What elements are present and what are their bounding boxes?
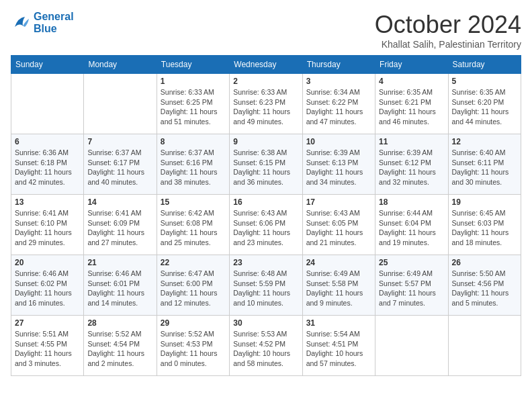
day-info: Sunrise: 6:39 AMSunset: 6:12 PMDaylight:… xyxy=(379,148,444,187)
calendar-cell: 11Sunrise: 6:39 AMSunset: 6:12 PMDayligh… xyxy=(375,134,448,195)
calendar-cell: 16Sunrise: 6:43 AMSunset: 6:06 PMDayligh… xyxy=(230,195,302,255)
calendar-cell: 3Sunrise: 6:34 AMSunset: 6:22 PMDaylight… xyxy=(302,74,375,134)
day-number: 15 xyxy=(161,197,226,207)
day-info: Sunrise: 6:35 AMSunset: 6:20 PMDaylight:… xyxy=(452,87,517,127)
day-info: Sunrise: 6:44 AMSunset: 6:04 PMDaylight:… xyxy=(379,208,444,248)
day-info: Sunrise: 6:49 AMSunset: 5:57 PMDaylight:… xyxy=(379,269,444,308)
page-header: General Blue October 2024 Khallat Salih,… xyxy=(11,11,521,50)
calendar-cell: 25Sunrise: 6:49 AMSunset: 5:57 PMDayligh… xyxy=(375,255,448,316)
calendar-cell: 2Sunrise: 6:33 AMSunset: 6:23 PMDaylight… xyxy=(230,74,302,134)
day-info: Sunrise: 6:47 AMSunset: 6:00 PMDaylight:… xyxy=(161,269,226,308)
calendar-cell: 13Sunrise: 6:41 AMSunset: 6:10 PMDayligh… xyxy=(11,195,84,255)
day-number: 20 xyxy=(15,258,80,267)
calendar-cell xyxy=(375,316,448,376)
day-number: 11 xyxy=(379,137,444,146)
day-number: 5 xyxy=(452,77,517,86)
day-number: 13 xyxy=(15,197,80,207)
calendar-cell: 4Sunrise: 6:35 AMSunset: 6:21 PMDaylight… xyxy=(375,74,448,134)
calendar-cell: 22Sunrise: 6:47 AMSunset: 6:00 PMDayligh… xyxy=(157,255,229,316)
weekday-header-friday: Friday xyxy=(375,56,448,74)
day-number: 22 xyxy=(161,258,226,267)
weekday-header-monday: Monday xyxy=(84,56,157,74)
calendar-cell: 26Sunrise: 5:50 AMSunset: 4:56 PMDayligh… xyxy=(448,255,521,316)
day-number: 3 xyxy=(306,77,371,86)
day-number: 24 xyxy=(306,258,371,267)
day-number: 8 xyxy=(161,137,226,146)
calendar-cell: 15Sunrise: 6:42 AMSunset: 6:08 PMDayligh… xyxy=(157,195,229,255)
logo: General Blue xyxy=(11,11,74,35)
day-info: Sunrise: 5:53 AMSunset: 4:52 PMDaylight:… xyxy=(233,329,298,369)
day-info: Sunrise: 6:45 AMSunset: 6:03 PMDaylight:… xyxy=(452,208,517,248)
calendar-cell: 7Sunrise: 6:37 AMSunset: 6:17 PMDaylight… xyxy=(84,134,157,195)
week-row-2: 6Sunrise: 6:36 AMSunset: 6:18 PMDaylight… xyxy=(11,134,521,195)
calendar-cell: 30Sunrise: 5:53 AMSunset: 4:52 PMDayligh… xyxy=(230,316,302,376)
day-number: 25 xyxy=(379,258,444,267)
weekday-header-thursday: Thursday xyxy=(302,56,375,74)
calendar-cell xyxy=(84,74,157,134)
calendar-cell: 17Sunrise: 6:43 AMSunset: 6:05 PMDayligh… xyxy=(302,195,375,255)
day-number: 4 xyxy=(379,77,444,86)
day-info: Sunrise: 5:50 AMSunset: 4:56 PMDaylight:… xyxy=(452,269,517,308)
day-number: 28 xyxy=(87,318,152,328)
title-block: October 2024 Khallat Salih, Palestinian … xyxy=(375,11,521,50)
calendar-cell: 28Sunrise: 5:52 AMSunset: 4:54 PMDayligh… xyxy=(84,316,157,376)
day-number: 6 xyxy=(15,137,80,146)
day-info: Sunrise: 6:40 AMSunset: 6:11 PMDaylight:… xyxy=(452,148,517,187)
day-number: 2 xyxy=(233,77,298,86)
weekday-header-sunday: Sunday xyxy=(11,56,84,74)
calendar-cell: 31Sunrise: 5:54 AMSunset: 4:51 PMDayligh… xyxy=(302,316,375,376)
day-number: 14 xyxy=(87,197,152,207)
day-number: 1 xyxy=(161,77,226,86)
calendar-cell xyxy=(11,74,84,134)
day-number: 16 xyxy=(233,197,298,207)
calendar-cell: 21Sunrise: 6:46 AMSunset: 6:01 PMDayligh… xyxy=(84,255,157,316)
calendar-table: SundayMondayTuesdayWednesdayThursdayFrid… xyxy=(11,55,521,376)
day-info: Sunrise: 5:52 AMSunset: 4:53 PMDaylight:… xyxy=(161,329,226,369)
logo-icon xyxy=(11,13,31,33)
day-number: 21 xyxy=(87,258,152,267)
weekday-header-tuesday: Tuesday xyxy=(157,56,229,74)
calendar-cell: 18Sunrise: 6:44 AMSunset: 6:04 PMDayligh… xyxy=(375,195,448,255)
calendar-cell: 9Sunrise: 6:38 AMSunset: 6:15 PMDaylight… xyxy=(230,134,302,195)
calendar-cell: 5Sunrise: 6:35 AMSunset: 6:20 PMDaylight… xyxy=(448,74,521,134)
day-number: 27 xyxy=(15,318,80,328)
day-info: Sunrise: 6:46 AMSunset: 6:02 PMDaylight:… xyxy=(15,269,80,308)
month-title: October 2024 xyxy=(375,11,521,39)
day-info: Sunrise: 6:36 AMSunset: 6:18 PMDaylight:… xyxy=(15,148,80,187)
day-info: Sunrise: 6:46 AMSunset: 6:01 PMDaylight:… xyxy=(87,269,152,308)
day-number: 7 xyxy=(87,137,152,146)
day-number: 29 xyxy=(161,318,226,328)
day-number: 23 xyxy=(233,258,298,267)
day-info: Sunrise: 6:43 AMSunset: 6:06 PMDaylight:… xyxy=(233,208,298,248)
calendar-cell: 19Sunrise: 6:45 AMSunset: 6:03 PMDayligh… xyxy=(448,195,521,255)
day-info: Sunrise: 6:39 AMSunset: 6:13 PMDaylight:… xyxy=(306,148,371,187)
day-info: Sunrise: 6:43 AMSunset: 6:05 PMDaylight:… xyxy=(306,208,371,248)
day-number: 30 xyxy=(233,318,298,328)
calendar-cell: 12Sunrise: 6:40 AMSunset: 6:11 PMDayligh… xyxy=(448,134,521,195)
day-info: Sunrise: 6:41 AMSunset: 6:09 PMDaylight:… xyxy=(87,208,152,248)
calendar-cell: 27Sunrise: 5:51 AMSunset: 4:55 PMDayligh… xyxy=(11,316,84,376)
day-number: 19 xyxy=(452,197,517,207)
day-info: Sunrise: 6:37 AMSunset: 6:16 PMDaylight:… xyxy=(161,148,226,187)
week-row-5: 27Sunrise: 5:51 AMSunset: 4:55 PMDayligh… xyxy=(11,316,521,376)
day-info: Sunrise: 6:41 AMSunset: 6:10 PMDaylight:… xyxy=(15,208,80,248)
weekday-header-wednesday: Wednesday xyxy=(230,56,302,74)
day-info: Sunrise: 6:49 AMSunset: 5:58 PMDaylight:… xyxy=(306,269,371,308)
calendar-cell: 1Sunrise: 6:33 AMSunset: 6:25 PMDaylight… xyxy=(157,74,229,134)
day-number: 31 xyxy=(306,318,371,328)
calendar-cell: 8Sunrise: 6:37 AMSunset: 6:16 PMDaylight… xyxy=(157,134,229,195)
day-number: 9 xyxy=(233,137,298,146)
day-info: Sunrise: 6:34 AMSunset: 6:22 PMDaylight:… xyxy=(306,87,371,127)
day-info: Sunrise: 5:52 AMSunset: 4:54 PMDaylight:… xyxy=(87,329,152,369)
day-info: Sunrise: 5:51 AMSunset: 4:55 PMDaylight:… xyxy=(15,329,80,369)
calendar-cell: 24Sunrise: 6:49 AMSunset: 5:58 PMDayligh… xyxy=(302,255,375,316)
day-info: Sunrise: 6:33 AMSunset: 6:25 PMDaylight:… xyxy=(161,87,226,127)
logo-text: General Blue xyxy=(34,11,74,35)
calendar-cell xyxy=(448,316,521,376)
location: Khallat Salih, Palestinian Territory xyxy=(375,39,521,50)
week-row-1: 1Sunrise: 6:33 AMSunset: 6:25 PMDaylight… xyxy=(11,74,521,134)
calendar-cell: 20Sunrise: 6:46 AMSunset: 6:02 PMDayligh… xyxy=(11,255,84,316)
day-number: 26 xyxy=(452,258,517,267)
day-number: 18 xyxy=(379,197,444,207)
day-info: Sunrise: 6:38 AMSunset: 6:15 PMDaylight:… xyxy=(233,148,298,187)
